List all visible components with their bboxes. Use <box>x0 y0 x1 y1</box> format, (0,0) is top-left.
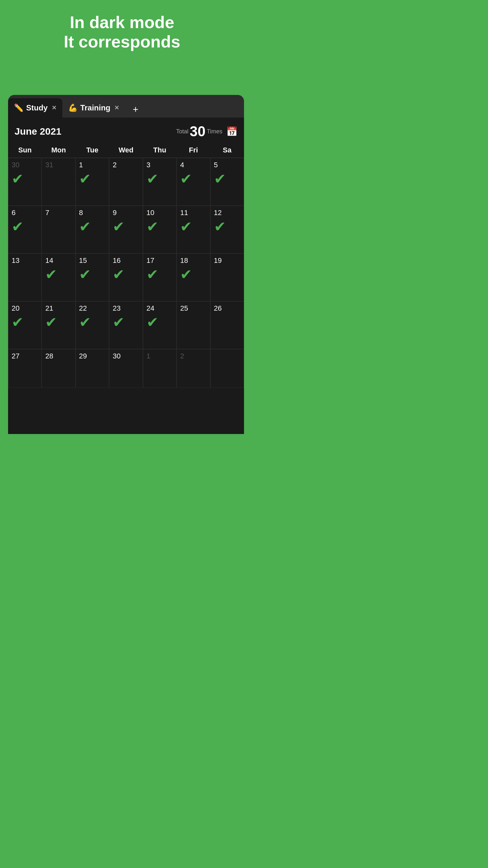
calendar-cell[interactable]: 30✔ <box>8 158 42 206</box>
calendar-icon[interactable]: 📅 <box>226 126 237 137</box>
check-icon: ✔ <box>147 315 159 330</box>
cal-date: 1 <box>147 352 151 360</box>
cal-date: 25 <box>180 305 188 312</box>
check-icon: ✔ <box>79 268 91 282</box>
calendar-cell[interactable]: 29 <box>75 349 109 388</box>
day-header-tue: Tue <box>75 145 109 156</box>
calendar-cell[interactable]: 25 <box>176 301 210 349</box>
calendar-cell[interactable]: 17✔ <box>143 253 176 301</box>
cal-date: 1 <box>79 161 83 168</box>
check-icon: ✔ <box>180 172 192 186</box>
calendar-cell[interactable]: 21✔ <box>42 301 75 349</box>
calendar-cell[interactable]: 20✔ <box>8 301 42 349</box>
check-icon: ✔ <box>147 220 159 234</box>
cal-date: 2 <box>180 352 184 360</box>
cal-date: 23 <box>112 305 120 312</box>
cal-date: 11 <box>180 209 188 216</box>
day-header-thu: Thu <box>143 145 176 156</box>
calendar-cell[interactable]: 22✔ <box>75 301 109 349</box>
calendar-cell[interactable]: 24✔ <box>143 301 176 349</box>
calendar-cell[interactable]: 28 <box>42 349 75 388</box>
calendar-cell[interactable]: 9✔ <box>109 206 143 253</box>
day-header-wed: Wed <box>109 145 143 156</box>
calendar-cell[interactable]: 8✔ <box>75 206 109 253</box>
calendar-cell[interactable]: 19 <box>210 253 244 301</box>
calendar-cell[interactable]: 1✔ <box>75 158 109 206</box>
month-title: June 2021 <box>14 126 176 137</box>
calendar-cell[interactable]: 23✔ <box>109 301 143 349</box>
day-headers: Sun Mon Tue Wed Thu Fri Sa <box>8 143 244 158</box>
check-icon: ✔ <box>112 315 125 330</box>
check-icon: ✔ <box>214 172 226 186</box>
calendar-cell[interactable]: 6✔ <box>8 206 42 253</box>
day-header-sat: Sa <box>210 145 244 156</box>
cal-date: 15 <box>79 257 87 264</box>
add-tab-button[interactable]: + <box>128 101 143 118</box>
cal-date: 31 <box>45 161 53 168</box>
tab-training-close-icon[interactable]: ✕ <box>114 104 119 112</box>
check-icon: ✔ <box>147 268 159 282</box>
check-icon: ✔ <box>45 315 57 330</box>
cal-date: 10 <box>147 209 154 216</box>
cal-date: 4 <box>180 161 184 168</box>
tab-study[interactable]: ✏️ Study ✕ <box>8 98 62 118</box>
cal-date: 21 <box>45 305 53 312</box>
check-icon: ✔ <box>79 220 91 234</box>
cal-date: 22 <box>79 305 87 312</box>
calendar-grid: 30✔311✔23✔4✔5✔6✔78✔9✔10✔11✔12✔1314✔15✔16… <box>8 158 244 388</box>
calendar-cell[interactable] <box>210 349 244 388</box>
cal-date: 19 <box>214 257 222 264</box>
calendar-cell[interactable]: 31 <box>42 158 75 206</box>
calendar-cell[interactable]: 12✔ <box>210 206 244 253</box>
check-icon: ✔ <box>180 220 192 234</box>
calendar-cell[interactable]: 16✔ <box>109 253 143 301</box>
month-header: June 2021 Total 30 Times 📅 <box>8 118 244 143</box>
check-icon: ✔ <box>112 220 125 234</box>
calendar-cell[interactable]: 10✔ <box>143 206 176 253</box>
total-label: Total <box>176 128 189 135</box>
tab-study-close-icon[interactable]: ✕ <box>52 104 57 112</box>
day-header-fri: Fri <box>176 145 210 156</box>
calendar-cell[interactable]: 27 <box>8 349 42 388</box>
header-title: In dark mode It corresponds <box>6 13 237 52</box>
calendar-cell[interactable]: 11✔ <box>176 206 210 253</box>
calendar-cell[interactable]: 2 <box>176 349 210 388</box>
check-icon: ✔ <box>11 315 24 330</box>
tabs-bar: ✏️ Study ✕ 💪 Training ✕ + <box>8 95 244 118</box>
training-emoji-icon: 💪 <box>68 103 78 113</box>
cal-date: 26 <box>214 305 222 312</box>
calendar-cell[interactable]: 13 <box>8 253 42 301</box>
calendar-cell[interactable]: 7 <box>42 206 75 253</box>
calendar-cell[interactable]: 26 <box>210 301 244 349</box>
study-emoji-icon: ✏️ <box>14 103 24 113</box>
check-icon: ✔ <box>147 172 159 186</box>
cal-date: 18 <box>180 257 188 264</box>
check-icon: ✔ <box>11 172 24 186</box>
green-background: In dark mode It corresponds ✏️ Study ✕ 💪… <box>0 0 244 61</box>
calendar-cell[interactable]: 18✔ <box>176 253 210 301</box>
calendar-cell[interactable]: 3✔ <box>143 158 176 206</box>
cal-date: 24 <box>147 305 154 312</box>
tab-training[interactable]: 💪 Training ✕ <box>62 98 125 118</box>
cal-date: 14 <box>45 257 53 264</box>
header-section: In dark mode It corresponds <box>0 0 244 61</box>
check-icon: ✔ <box>214 220 226 234</box>
cal-date: 28 <box>45 352 53 360</box>
cal-date: 5 <box>214 161 218 168</box>
calendar-cell[interactable]: 30 <box>109 349 143 388</box>
cal-date: 3 <box>147 161 151 168</box>
app-container: ✏️ Study ✕ 💪 Training ✕ + June 2021 Tota… <box>8 95 244 434</box>
calendar-cell[interactable]: 15✔ <box>75 253 109 301</box>
tab-training-label: Training <box>80 103 110 113</box>
calendar-cell[interactable]: 5✔ <box>210 158 244 206</box>
calendar-cell[interactable]: 1 <box>143 349 176 388</box>
calendar-cell[interactable]: 14✔ <box>42 253 75 301</box>
total-number: 30 <box>190 123 205 140</box>
check-icon: ✔ <box>180 268 192 282</box>
cal-date: 27 <box>11 352 20 360</box>
calendar-cell[interactable]: 2 <box>109 158 143 206</box>
check-icon: ✔ <box>112 268 125 282</box>
check-icon: ✔ <box>79 315 91 330</box>
calendar-cell[interactable]: 4✔ <box>176 158 210 206</box>
day-header-mon: Mon <box>42 145 75 156</box>
